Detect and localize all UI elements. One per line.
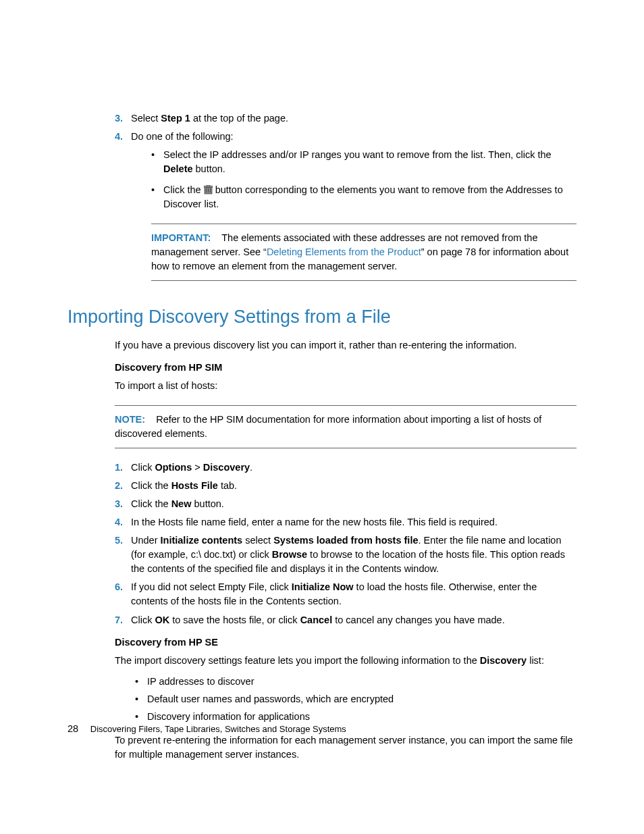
note-text: Refer to the HP SIM documentation for mo… <box>115 414 541 439</box>
bullet-icon: • <box>151 183 163 211</box>
numbered-list-top: 3. Select Step 1 at the top of the page.… <box>115 111 576 285</box>
se-intro: The import discovery settings feature le… <box>115 654 576 668</box>
chapter-title: Discovering Filers, Tape Libraries, Swit… <box>90 724 346 734</box>
bullet-icon: • <box>135 675 147 689</box>
section-intro: If you have a previous discovery list yo… <box>115 338 576 353</box>
step-5: 5. Under Initialize contents select Syst… <box>115 533 576 576</box>
sub-bullet-1: • Select the IP addresses and/or IP rang… <box>151 148 576 176</box>
list-item-3: 3. Select Step 1 at the top of the page. <box>115 111 576 126</box>
se-bullet-2: •Default user names and passwords, which… <box>135 692 576 706</box>
se-outro: To prevent re-entering the information f… <box>115 733 576 762</box>
list-item-4: 4. Do one of the following: • Select the… <box>115 130 576 285</box>
list-text: Do one of the following: <box>131 131 234 142</box>
trash-icon <box>204 184 213 195</box>
step-4: 4. In the Hosts file name field, enter a… <box>115 515 576 529</box>
list-number: 3. <box>115 111 131 126</box>
sim-intro: To import a list of hosts: <box>115 379 576 393</box>
step-7: 7. Click OK to save the hosts file, or c… <box>115 613 576 627</box>
svg-rect-2 <box>207 185 210 186</box>
section-heading-importing: Importing Discovery Settings from a File <box>68 304 576 330</box>
deleting-elements-link[interactable]: Deleting Elements from the Product <box>267 246 421 257</box>
bullet-icon: • <box>151 148 163 176</box>
bullet-icon: • <box>135 710 147 724</box>
se-bullet-3: •Discovery information for applications <box>135 710 576 724</box>
page-number: 28 <box>68 723 78 734</box>
bullet-icon: • <box>135 692 147 706</box>
list-number: 4. <box>115 130 131 285</box>
sim-subheading: Discovery from HP SIM <box>115 361 576 375</box>
note-callout: NOTE: Refer to the HP SIM documentation … <box>115 405 576 448</box>
note-label: NOTE: <box>115 414 145 425</box>
step-2: 2. Click the Hosts File tab. <box>115 479 576 493</box>
steps-list: 1. Click Options > Discovery. 2. Click t… <box>115 461 576 627</box>
important-callout: IMPORTANT: The elements associated with … <box>151 224 576 281</box>
important-label: IMPORTANT: <box>151 232 211 243</box>
step-3: 3. Click the New button. <box>115 497 576 511</box>
sub-bullet-list: • Select the IP addresses and/or IP rang… <box>131 148 576 211</box>
step-6: 6. If you did not select Empty File, cli… <box>115 580 576 608</box>
se-bullet-1: •IP addresses to discover <box>135 675 576 689</box>
page-footer: 28 Discovering Filers, Tape Libraries, S… <box>68 723 346 734</box>
list-text: Select Step 1 at the top of the page. <box>131 111 576 126</box>
step-1: 1. Click Options > Discovery. <box>115 461 576 475</box>
se-subheading: Discovery from HP SE <box>115 635 576 650</box>
sub-bullet-2: • Click the button corresponding to the … <box>151 183 576 211</box>
se-bullet-list: •IP addresses to discover •Default user … <box>115 675 576 724</box>
